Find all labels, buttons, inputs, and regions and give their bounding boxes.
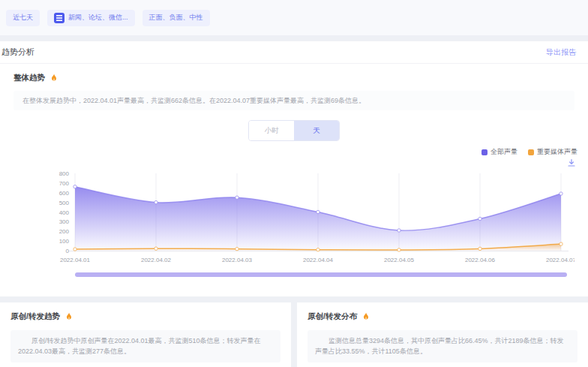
svg-text:300: 300 bbox=[59, 219, 70, 226]
legend-total-label: 全部声量 bbox=[490, 147, 518, 157]
svg-text:0: 0 bbox=[66, 248, 70, 254]
page-title: 趋势分析 bbox=[2, 47, 34, 58]
original-repost-distribution-card: 原创/转发分布 监测信息总量3294条信息，其中原创声量占比66.45%，共计2… bbox=[297, 302, 588, 367]
svg-text:2022.04.06: 2022.04.06 bbox=[465, 257, 496, 263]
trend-area-chart[interactable]: 2022.04.012022.04.022022.04.032022.04.04… bbox=[14, 167, 574, 266]
granularity-toggle: 小时 天 bbox=[248, 120, 340, 141]
overall-trend-title: 整体趋势 bbox=[14, 73, 45, 83]
original-repost-trend-title: 原创/转发趋势 bbox=[10, 311, 60, 322]
original-repost-distribution-header: 原创/转发分布 bbox=[308, 311, 578, 322]
source-filter-chip[interactable]: 新闻、论坛、微信... bbox=[47, 10, 135, 26]
svg-text:400: 400 bbox=[59, 209, 70, 216]
date-range-chip[interactable]: 近七天 bbox=[6, 10, 40, 26]
toggle-hour-option[interactable]: 小时 bbox=[249, 121, 294, 140]
legend-total-swatch bbox=[482, 149, 488, 155]
svg-text:2022.04.04: 2022.04.04 bbox=[303, 257, 334, 263]
granularity-toggle-row: 小时 天 bbox=[0, 120, 588, 141]
export-report-link[interactable]: 导出报告 bbox=[546, 47, 576, 58]
card-header: 趋势分析 导出报告 bbox=[0, 41, 588, 64]
legend-media-label: 重要媒体声量 bbox=[537, 147, 578, 157]
overall-trend-section-header: 整体趋势 bbox=[0, 64, 588, 88]
svg-text:2022.04.05: 2022.04.05 bbox=[384, 257, 415, 263]
bottom-cards-row: 原创/转发趋势 原创/转发趋势中原创声量在2022.04.01最高，共监测510… bbox=[0, 302, 588, 367]
chart-legend: 全部声量 重要媒体声量 bbox=[0, 141, 588, 157]
svg-text:2022.04.02: 2022.04.02 bbox=[141, 257, 172, 263]
original-repost-trend-header: 原创/转发趋势 bbox=[10, 311, 280, 322]
svg-text:2022.04.01: 2022.04.01 bbox=[60, 257, 91, 263]
svg-text:200: 200 bbox=[59, 229, 70, 236]
legend-media-volume[interactable]: 重要媒体声量 bbox=[528, 147, 578, 157]
date-range-label: 近七天 bbox=[13, 13, 33, 23]
original-repost-distribution-summary: 监测信息总量3294条信息，其中原创声量占比66.45%，共计2189条信息；转… bbox=[308, 330, 578, 362]
legend-media-swatch bbox=[528, 149, 534, 155]
original-repost-distribution-title: 原创/转发分布 bbox=[308, 311, 357, 322]
svg-text:2022.04.03: 2022.04.03 bbox=[222, 257, 253, 263]
fire-icon bbox=[64, 312, 74, 321]
fire-icon bbox=[50, 74, 58, 83]
svg-text:100: 100 bbox=[59, 239, 70, 245]
svg-text:800: 800 bbox=[59, 170, 70, 177]
source-filter-label: 新闻、论坛、微信... bbox=[68, 13, 128, 23]
original-repost-trend-card: 原创/转发趋势 原创/转发趋势中原创声量在2022.04.01最高，共监测510… bbox=[0, 302, 291, 367]
svg-text:600: 600 bbox=[59, 190, 70, 197]
download-chart-icon[interactable] bbox=[567, 158, 576, 167]
filter-bar: 近七天 新闻、论坛、微信... 正面、负面、中性 bbox=[0, 0, 588, 35]
overall-trend-summary: 在整体发展趋势中，2022.04.01声量最高，共监测662条信息。在2022.… bbox=[14, 91, 574, 110]
svg-text:2022.04.07: 2022.04.07 bbox=[546, 257, 574, 263]
toggle-day-option[interactable]: 天 bbox=[294, 121, 339, 140]
trend-analysis-card: 趋势分析 导出报告 整体趋势 在整体发展趋势中，2022.04.01声量最高，共… bbox=[0, 41, 588, 296]
chart-download-row bbox=[0, 157, 588, 167]
data-zoom-slider[interactable] bbox=[75, 272, 567, 277]
source-filter-icon bbox=[54, 13, 64, 23]
svg-text:700: 700 bbox=[59, 180, 70, 187]
svg-text:500: 500 bbox=[59, 200, 70, 206]
sentiment-filter-label: 正面、负面、中性 bbox=[149, 13, 203, 23]
fire-icon bbox=[362, 312, 370, 321]
original-repost-trend-summary: 原创/转发趋势中原创声量在2022.04.01最高，共监测510条信息；转发声量… bbox=[10, 330, 280, 362]
sentiment-filter-chip[interactable]: 正面、负面、中性 bbox=[142, 10, 210, 26]
legend-total-volume[interactable]: 全部声量 bbox=[482, 147, 518, 157]
